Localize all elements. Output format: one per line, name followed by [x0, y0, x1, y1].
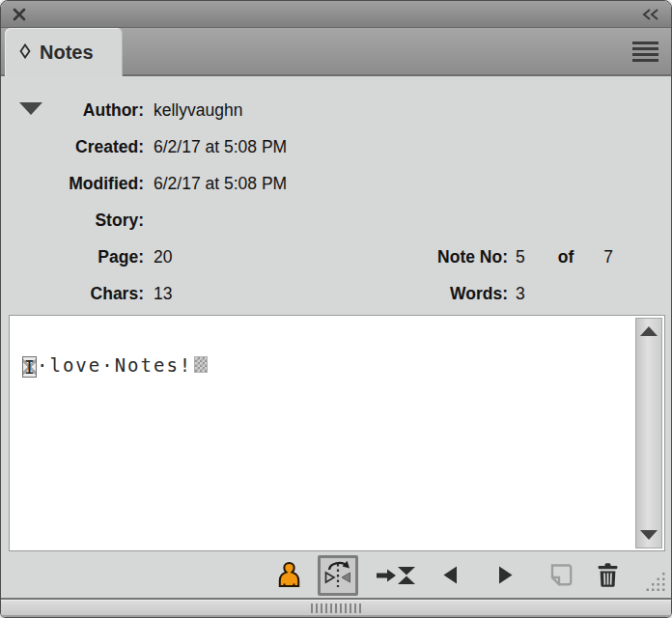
created-value: 6/2/17 at 5:08 PM [154, 137, 287, 157]
new-note-button[interactable] [547, 563, 574, 591]
panel-resize-handle[interactable] [311, 604, 361, 613]
info-row-page: Page: 20 Note No: 5 of 7 [1, 239, 671, 275]
note-of-label: of [558, 247, 574, 267]
panel-tab-bar: Notes [1, 28, 671, 76]
next-arrow-icon [498, 566, 513, 588]
panel-body: Author: kellyvaughn Created: 6/2/17 at 5… [1, 76, 671, 617]
scroll-up-icon[interactable] [640, 326, 658, 336]
modified-label: Modified: [1, 174, 144, 194]
note-info-section: Author: kellyvaughn Created: 6/2/17 at 5… [1, 92, 671, 312]
created-label: Created: [1, 137, 144, 157]
swap-note-anchor-icon [322, 557, 354, 594]
modified-value: 6/2/17 at 5:08 PM [154, 174, 287, 194]
info-row-chars: Chars: 13 Words: 3 [1, 275, 671, 312]
end-of-note-marker-icon [194, 356, 208, 373]
notes-panel-window: Notes Author: kellyvaughn Created: 6/2/1… [0, 0, 672, 618]
note-text-run: ·love·Notes! [37, 354, 192, 376]
panel-bottom-strip [1, 600, 671, 617]
info-row-author: Author: kellyvaughn [1, 92, 671, 128]
notes-toolbar [1, 553, 671, 598]
author-label: Author: [1, 100, 144, 121]
info-row-created: Created: 6/2/17 at 5:08 PM [1, 128, 671, 165]
screenshot-stage: Notes Author: kellyvaughn Created: 6/2/1… [0, 0, 672, 618]
chars-label: Chars: [1, 284, 144, 304]
next-note-button[interactable] [498, 566, 513, 588]
collapse-double-chevron-icon[interactable] [641, 8, 660, 21]
user-icon [277, 561, 301, 592]
arrow-to-anchor-icon [376, 565, 416, 590]
user-color-button[interactable] [277, 561, 301, 592]
go-between-note-and-anchor-button[interactable] [318, 555, 358, 596]
panel-menu-icon[interactable] [632, 42, 658, 65]
tab-label: Notes [40, 42, 94, 64]
tab-notes[interactable]: Notes [5, 28, 123, 76]
note-total-value: 7 [603, 247, 613, 267]
editor-scrollbar[interactable] [635, 318, 662, 548]
words-value: 3 [516, 284, 525, 304]
words-label: Words: [318, 284, 508, 304]
scroll-down-icon[interactable] [640, 530, 658, 540]
selected-character: I [22, 356, 37, 378]
author-value: kellyvaughn [154, 100, 242, 121]
page-label: Page: [1, 247, 144, 267]
story-label: Story: [1, 211, 144, 231]
note-content[interactable]: I·love·Notes! [22, 354, 208, 378]
info-row-story: Story: [1, 202, 671, 239]
new-note-icon [547, 563, 574, 591]
close-icon[interactable] [12, 7, 27, 22]
info-row-modified: Modified: 6/2/17 at 5:08 PM [1, 165, 671, 202]
resize-grip-icon[interactable] [646, 572, 666, 596]
page-value: 20 [154, 247, 318, 267]
trash-icon [597, 562, 619, 592]
previous-arrow-icon [443, 566, 458, 588]
note-no-value: 5 [516, 247, 525, 267]
note-diamond-icon [19, 42, 31, 64]
chars-value: 13 [154, 284, 318, 304]
go-to-note-anchor-button[interactable] [376, 565, 416, 590]
panel-titlebar[interactable] [1, 1, 671, 28]
note-editor[interactable]: I·love·Notes! [9, 315, 665, 551]
delete-note-button[interactable] [597, 562, 619, 592]
previous-note-button[interactable] [443, 566, 458, 588]
note-no-label: Note No: [318, 247, 508, 267]
